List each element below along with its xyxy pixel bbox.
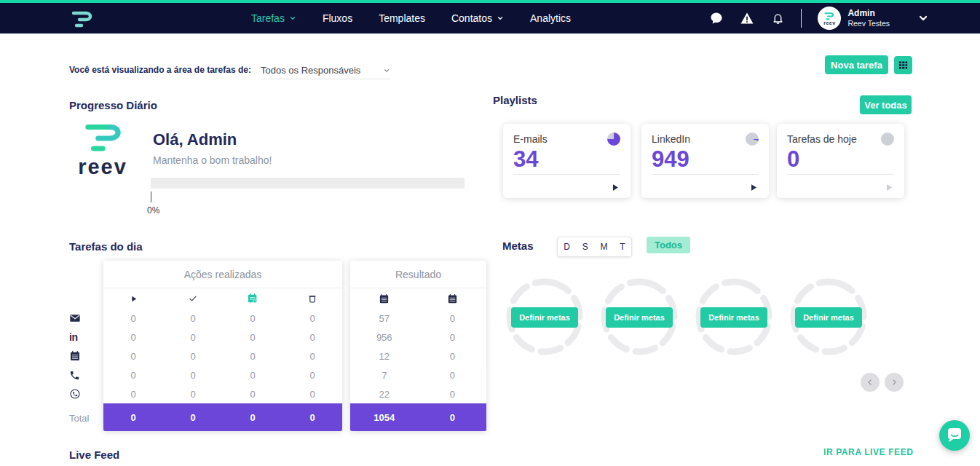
calendar-icon <box>447 293 458 304</box>
play-icon[interactable] <box>748 182 759 193</box>
results-table-card: Resultado 570 9560 120 70 220 10540 <box>350 261 486 431</box>
play-icon <box>129 294 138 304</box>
avatar: reev <box>818 7 841 30</box>
grid-view-button[interactable] <box>894 56 912 74</box>
reev-brand-logo: reev <box>75 122 130 176</box>
nav-item-templates[interactable]: Templates <box>379 12 425 24</box>
playlist-card-today[interactable]: Tarefas de hoje 0 <box>777 124 904 198</box>
user-org: Reev Testes <box>847 19 890 28</box>
table-row: 120 <box>350 347 486 366</box>
user-menu[interactable]: reev Admin Reev Testes <box>818 7 890 30</box>
email-icon <box>69 309 91 328</box>
responsible-select[interactable]: Todos os Responsáveis <box>261 62 390 79</box>
goal-slot: Definir metas <box>599 277 679 357</box>
reev-mark-icon <box>80 122 125 154</box>
define-goals-button[interactable]: Definir metas <box>606 307 673 328</box>
reev-logo-icon[interactable] <box>70 9 95 31</box>
table-row: 9560 <box>350 328 486 347</box>
trash-icon <box>307 293 317 304</box>
chevron-right-icon <box>890 378 898 387</box>
nav-item-analytics[interactable]: Analytics <box>530 12 571 24</box>
support-chat-button[interactable] <box>939 420 970 451</box>
linkedin-icon: in <box>69 328 91 347</box>
grid-icon <box>898 60 909 71</box>
calendar-icon <box>69 347 91 366</box>
goal-slot: Definir metas <box>789 277 869 357</box>
period-option-d[interactable]: D <box>562 242 572 252</box>
user-info: Admin Reev Testes <box>847 9 890 28</box>
actions-header: Ações realizadas <box>103 261 342 288</box>
viewing-area-label: Você está visualizando a área de tarefas… <box>69 65 251 75</box>
navbar-actions: reev Admin Reev Testes <box>709 3 929 33</box>
top-navbar: Tarefas Fluxos Templates Contatos Analyt… <box>0 0 980 33</box>
primary-nav: Tarefas Fluxos Templates Contatos Analyt… <box>251 3 571 33</box>
playlist-count: 0 <box>787 147 894 172</box>
nav-label: Fluxos <box>323 12 352 24</box>
nav-label: Tarefas <box>251 12 285 24</box>
greeting-text: Olá, Admin <box>153 130 237 149</box>
daily-progress-title: Progresso Diário <box>69 99 157 111</box>
card-divider <box>513 174 620 175</box>
warning-icon[interactable] <box>740 11 754 25</box>
new-task-button[interactable]: Nova tarefa <box>825 55 888 74</box>
period-option-s[interactable]: S <box>581 242 590 252</box>
go-to-live-feed-link[interactable]: IR PARA LIVE FEED <box>823 447 914 457</box>
total-row-label: Total <box>69 413 89 424</box>
table-row: 0000 <box>103 309 342 328</box>
reev-wordmark: reev <box>75 157 130 176</box>
nav-label: Contatos <box>451 12 492 24</box>
table-row: 0000 <box>103 366 342 384</box>
reev-dashboard: Tarefas Fluxos Templates Contatos Analyt… <box>0 0 980 466</box>
period-option-todos[interactable]: Todos <box>647 237 690 253</box>
calendar-icon <box>379 293 390 304</box>
goals-prev-button[interactable] <box>861 373 880 392</box>
results-total-row: 10540 <box>350 403 486 431</box>
define-goals-button[interactable]: Definir metas <box>511 307 578 328</box>
period-option-m[interactable]: M <box>599 242 609 252</box>
chat-bubble-icon <box>939 420 970 451</box>
table-row: 570 <box>350 309 486 328</box>
table-row: 70 <box>350 366 486 384</box>
card-divider <box>787 174 894 175</box>
period-option-t[interactable]: T <box>618 242 626 252</box>
nav-item-tarefas[interactable]: Tarefas <box>251 12 296 24</box>
playlist-card-linkedin[interactable]: LinkedIn 949 <box>641 124 769 198</box>
calendar-clock-icon <box>247 293 258 304</box>
user-menu-chevron-icon[interactable] <box>917 12 929 24</box>
phone-icon <box>69 366 91 384</box>
daily-progress-bar <box>151 178 465 189</box>
progress-marker <box>151 191 151 202</box>
goal-slot: Definir metas <box>694 277 774 357</box>
responsible-selected-value: Todos os Responsáveis <box>261 65 360 76</box>
see-all-playlists-button[interactable]: Ver todas <box>860 95 912 114</box>
navbar-divider <box>801 9 802 28</box>
live-feed-title: Live Feed <box>69 449 119 461</box>
table-row: 0000 <box>103 347 342 366</box>
section-divider <box>486 261 487 368</box>
play-icon[interactable] <box>609 182 620 193</box>
bell-icon[interactable] <box>770 11 785 25</box>
chevron-down-icon <box>383 67 390 74</box>
check-icon <box>188 293 198 304</box>
nav-item-contatos[interactable]: Contatos <box>451 12 504 24</box>
avatar-wordmark: reev <box>823 21 835 25</box>
actions-total-row: 0000 <box>103 403 342 431</box>
results-header: Resultado <box>350 261 486 288</box>
define-goals-button[interactable]: Definir metas <box>795 307 862 328</box>
playlists-title: Playlists <box>493 94 537 106</box>
progress-percent: 0% <box>147 205 159 216</box>
nav-label: Templates <box>379 12 425 24</box>
playlist-label: LinkedIn <box>652 133 690 145</box>
chevron-down-icon <box>497 15 504 22</box>
playlist-card-emails[interactable]: E-mails 34 <box>503 124 631 198</box>
goals-next-button[interactable] <box>885 373 904 392</box>
chat-messages-icon[interactable] <box>709 11 724 25</box>
pie-progress-icon <box>746 133 759 146</box>
period-segmented-control: D S M T <box>557 237 632 257</box>
results-icon-header <box>350 288 486 309</box>
chevron-left-icon <box>866 378 874 387</box>
chevron-down-icon <box>289 15 296 22</box>
nav-item-fluxos[interactable]: Fluxos <box>323 12 352 24</box>
actions-table-card: Ações realizadas 0000 0000 0000 0000 000… <box>103 261 342 431</box>
define-goals-button[interactable]: Definir metas <box>700 307 767 328</box>
